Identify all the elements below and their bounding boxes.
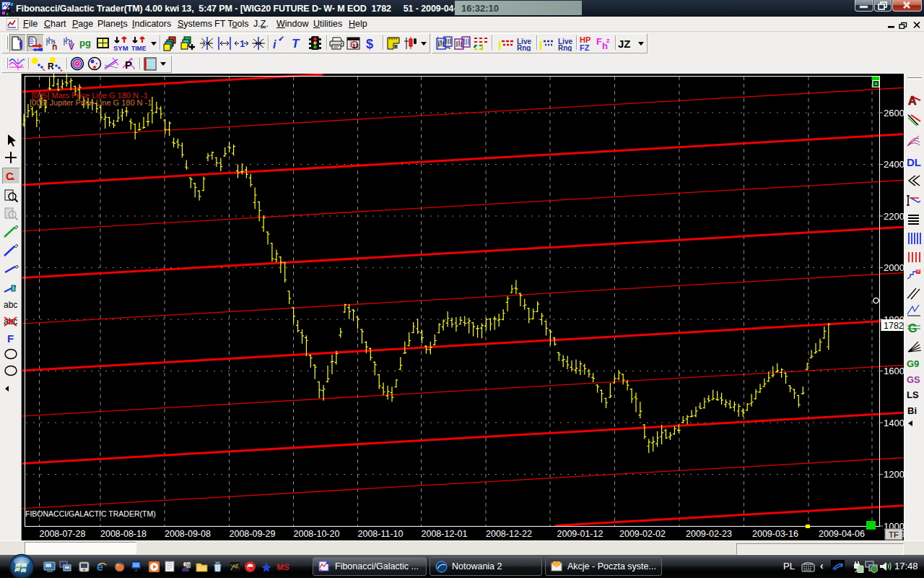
svg-text:2008-07-28: 2008-07-28 — [40, 529, 86, 539]
svg-text:JZ: JZ — [618, 38, 631, 50]
svg-text:2008-09-29: 2008-09-29 — [230, 529, 276, 539]
svg-text:2008-10-20: 2008-10-20 — [294, 529, 340, 539]
svg-text:Rng: Rng — [558, 44, 572, 51]
svg-text:[006] Jupiter Price Line G 180: [006] Jupiter Price Line G 180 N -1 — [30, 98, 152, 107]
svg-text:F: F — [596, 36, 602, 47]
svg-text:DL: DL — [907, 156, 921, 168]
svg-text:P: P — [125, 59, 132, 71]
svg-text:1200: 1200 — [884, 469, 904, 480]
svg-text:2200: 2200 — [884, 211, 904, 222]
svg-text:2009-01-12: 2009-01-12 — [557, 529, 603, 539]
svg-text:2008-09-08: 2008-09-08 — [165, 529, 211, 539]
svg-text:12: 12 — [352, 43, 359, 49]
svg-text:2008-12-01: 2008-12-01 — [422, 529, 468, 539]
svg-text:$: $ — [366, 37, 373, 51]
svg-text:2009-03-16: 2009-03-16 — [752, 529, 798, 539]
svg-text:A: A — [908, 95, 917, 107]
svg-text:2009-02-02: 2009-02-02 — [619, 529, 666, 539]
svg-text:E: E — [394, 44, 398, 49]
svg-text:pg: pg — [79, 38, 91, 48]
svg-text:2009-02-23: 2009-02-23 — [686, 529, 732, 539]
svg-text:T: T — [292, 37, 300, 51]
svg-text:2000: 2000 — [884, 262, 904, 273]
svg-text:4: 4 — [6, 3, 12, 14]
svg-text:FIBONACCI/GALACTIC TRADER(TM): FIBONACCI/GALACTIC TRADER(TM) — [25, 509, 156, 518]
svg-text:n: n — [52, 42, 57, 51]
svg-text:F: F — [7, 332, 14, 345]
svg-text:LS: LS — [907, 389, 919, 400]
svg-text:GS: GS — [907, 374, 920, 385]
svg-text:Rng: Rng — [517, 44, 531, 51]
svg-text:2600: 2600 — [884, 108, 904, 118]
svg-text:G9: G9 — [907, 358, 919, 369]
svg-text:2008-12-22: 2008-12-22 — [486, 529, 532, 539]
svg-text:1400: 1400 — [884, 418, 904, 428]
svg-text:Bi: Bi — [907, 405, 917, 416]
svg-text:SYM: SYM — [113, 44, 128, 51]
svg-text:C: C — [6, 170, 14, 182]
svg-text:2400: 2400 — [884, 159, 904, 170]
svg-text:1600: 1600 — [884, 366, 904, 376]
svg-text:TF: TF — [889, 530, 899, 539]
svg-text:NEW: NEW — [19, 40, 23, 49]
svg-text:FZ: FZ — [580, 43, 590, 51]
svg-text:e: e — [97, 561, 103, 573]
svg-text:1782: 1782 — [884, 321, 904, 331]
svg-text:2008-08-18: 2008-08-18 — [100, 529, 147, 539]
svg-text:V: V — [69, 42, 74, 51]
svg-text:B: B — [187, 563, 191, 568]
svg-text:2008-11-10: 2008-11-10 — [358, 529, 404, 539]
svg-text:i: i — [273, 38, 276, 51]
svg-text:z: z — [606, 37, 610, 44]
svg-text:abc: abc — [4, 300, 17, 310]
svg-text:1: 1 — [240, 38, 245, 49]
svg-text:R: R — [48, 61, 54, 72]
svg-text:2009-04-06: 2009-04-06 — [819, 529, 865, 539]
svg-text:TIME: TIME — [131, 45, 147, 51]
